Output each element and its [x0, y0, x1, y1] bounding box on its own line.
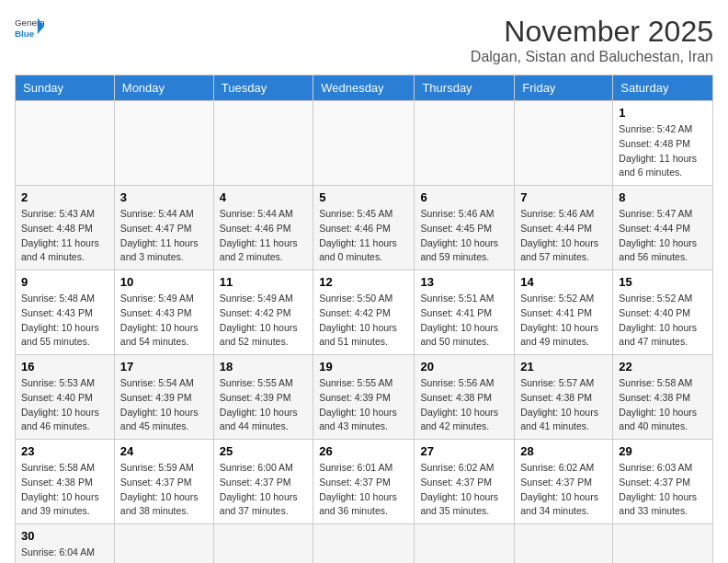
- weekday-header-friday: Friday: [515, 75, 613, 101]
- day-number: 6: [420, 190, 508, 204]
- week-row-0: 1Sunrise: 5:42 AM Sunset: 4:48 PM Daylig…: [16, 101, 713, 186]
- day-info: Sunrise: 5:52 AM Sunset: 4:41 PM Dayligh…: [520, 292, 607, 350]
- day-number: 15: [619, 275, 707, 289]
- weekday-header-thursday: Thursday: [415, 75, 515, 101]
- day-number: 14: [520, 275, 607, 289]
- week-row-1: 2Sunrise: 5:43 AM Sunset: 4:48 PM Daylig…: [16, 186, 713, 270]
- day-number: 20: [420, 360, 508, 373]
- day-info: Sunrise: 6:03 AM Sunset: 4:37 PM Dayligh…: [619, 461, 707, 519]
- calendar-cell: [16, 101, 115, 186]
- calendar-cell: 6Sunrise: 5:46 AM Sunset: 4:45 PM Daylig…: [415, 186, 515, 270]
- day-info: Sunrise: 6:02 AM Sunset: 4:37 PM Dayligh…: [420, 461, 508, 519]
- day-number: 1: [619, 106, 707, 120]
- weekday-header-sunday: Sunday: [16, 75, 115, 101]
- calendar-cell: 19Sunrise: 5:55 AM Sunset: 4:39 PM Dayli…: [313, 355, 415, 440]
- day-number: 12: [319, 275, 408, 289]
- day-info: Sunrise: 5:51 AM Sunset: 4:41 PM Dayligh…: [420, 292, 508, 350]
- day-info: Sunrise: 5:45 AM Sunset: 4:46 PM Dayligh…: [319, 207, 408, 265]
- calendar-cell: [515, 524, 613, 564]
- day-info: Sunrise: 5:59 AM Sunset: 4:37 PM Dayligh…: [120, 461, 208, 519]
- day-number: 8: [619, 190, 707, 204]
- day-info: Sunrise: 5:48 AM Sunset: 4:43 PM Dayligh…: [21, 292, 108, 350]
- calendar-cell: 1Sunrise: 5:42 AM Sunset: 4:48 PM Daylig…: [613, 101, 713, 186]
- day-number: 7: [520, 190, 607, 204]
- title-block: November 2025 Dalgan, Sistan and Baluche…: [471, 15, 713, 65]
- day-info: Sunrise: 5:52 AM Sunset: 4:40 PM Dayligh…: [619, 292, 707, 350]
- calendar-cell: 21Sunrise: 5:57 AM Sunset: 4:38 PM Dayli…: [515, 355, 613, 440]
- calendar-cell: [114, 101, 213, 186]
- calendar-cell: 12Sunrise: 5:50 AM Sunset: 4:42 PM Dayli…: [313, 270, 415, 355]
- day-number: 10: [120, 275, 208, 289]
- calendar-cell: [415, 101, 515, 186]
- day-number: 27: [420, 444, 508, 458]
- weekday-header-wednesday: Wednesday: [313, 75, 415, 101]
- calendar-cell: 2Sunrise: 5:43 AM Sunset: 4:48 PM Daylig…: [16, 186, 115, 270]
- calendar-cell: 9Sunrise: 5:48 AM Sunset: 4:43 PM Daylig…: [16, 270, 115, 355]
- weekday-header-monday: Monday: [114, 75, 213, 101]
- week-row-3: 16Sunrise: 5:53 AM Sunset: 4:40 PM Dayli…: [16, 355, 713, 440]
- calendar-cell: 13Sunrise: 5:51 AM Sunset: 4:41 PM Dayli…: [415, 270, 515, 355]
- calendar-cell: 5Sunrise: 5:45 AM Sunset: 4:46 PM Daylig…: [313, 186, 415, 270]
- day-info: Sunrise: 5:46 AM Sunset: 4:45 PM Dayligh…: [420, 207, 508, 265]
- day-number: 3: [120, 190, 208, 204]
- day-info: Sunrise: 5:44 AM Sunset: 4:46 PM Dayligh…: [220, 207, 307, 265]
- day-info: Sunrise: 6:00 AM Sunset: 4:37 PM Dayligh…: [220, 461, 307, 519]
- calendar-cell: [415, 524, 515, 564]
- calendar-cell: 7Sunrise: 5:46 AM Sunset: 4:44 PM Daylig…: [515, 186, 613, 270]
- calendar-cell: 30Sunrise: 6:04 AM Sunset: 4:37 PM Dayli…: [16, 524, 115, 564]
- day-info: Sunrise: 5:58 AM Sunset: 4:38 PM Dayligh…: [619, 376, 707, 434]
- calendar-cell: 10Sunrise: 5:49 AM Sunset: 4:43 PM Dayli…: [114, 270, 213, 355]
- month-title: November 2025: [471, 15, 713, 49]
- calendar-cell: 23Sunrise: 5:58 AM Sunset: 4:38 PM Dayli…: [16, 440, 115, 524]
- page-header: General Blue November 2025 Dalgan, Sista…: [15, 15, 713, 65]
- svg-text:Blue: Blue: [15, 29, 35, 39]
- day-number: 5: [319, 190, 408, 204]
- day-info: Sunrise: 5:55 AM Sunset: 4:39 PM Dayligh…: [220, 376, 307, 434]
- calendar-cell: 17Sunrise: 5:54 AM Sunset: 4:39 PM Dayli…: [114, 355, 213, 440]
- calendar-cell: [313, 524, 415, 564]
- day-number: 23: [21, 444, 108, 458]
- day-number: 30: [21, 529, 108, 543]
- calendar-cell: [213, 524, 313, 564]
- day-info: Sunrise: 5:46 AM Sunset: 4:44 PM Dayligh…: [520, 207, 607, 265]
- day-number: 29: [619, 444, 707, 458]
- day-number: 11: [220, 275, 307, 289]
- day-number: 16: [21, 360, 108, 373]
- calendar-table: SundayMondayTuesdayWednesdayThursdayFrid…: [15, 75, 713, 563]
- day-number: 4: [220, 190, 307, 204]
- calendar-cell: 16Sunrise: 5:53 AM Sunset: 4:40 PM Dayli…: [16, 355, 115, 440]
- calendar-cell: 25Sunrise: 6:00 AM Sunset: 4:37 PM Dayli…: [213, 440, 313, 524]
- calendar-cell: [114, 524, 213, 564]
- calendar-cell: [213, 101, 313, 186]
- calendar-cell: 4Sunrise: 5:44 AM Sunset: 4:46 PM Daylig…: [213, 186, 313, 270]
- calendar-cell: 11Sunrise: 5:49 AM Sunset: 4:42 PM Dayli…: [213, 270, 313, 355]
- day-info: Sunrise: 5:56 AM Sunset: 4:38 PM Dayligh…: [420, 376, 508, 434]
- day-number: 26: [319, 444, 408, 458]
- calendar-cell: 14Sunrise: 5:52 AM Sunset: 4:41 PM Dayli…: [515, 270, 613, 355]
- day-info: Sunrise: 5:58 AM Sunset: 4:38 PM Dayligh…: [21, 461, 108, 519]
- calendar-cell: 26Sunrise: 6:01 AM Sunset: 4:37 PM Dayli…: [313, 440, 415, 524]
- day-info: Sunrise: 5:47 AM Sunset: 4:44 PM Dayligh…: [619, 207, 707, 265]
- day-info: Sunrise: 5:42 AM Sunset: 4:48 PM Dayligh…: [619, 122, 707, 180]
- calendar-cell: 24Sunrise: 5:59 AM Sunset: 4:37 PM Dayli…: [114, 440, 213, 524]
- day-info: Sunrise: 5:49 AM Sunset: 4:43 PM Dayligh…: [120, 292, 208, 350]
- calendar-cell: 3Sunrise: 5:44 AM Sunset: 4:47 PM Daylig…: [114, 186, 213, 270]
- weekday-header-row: SundayMondayTuesdayWednesdayThursdayFrid…: [16, 75, 713, 101]
- calendar-cell: [313, 101, 415, 186]
- day-number: 18: [220, 360, 307, 373]
- location: Dalgan, Sistan and Baluchestan, Iran: [471, 49, 713, 65]
- day-info: Sunrise: 6:01 AM Sunset: 4:37 PM Dayligh…: [319, 461, 408, 519]
- day-number: 13: [420, 275, 508, 289]
- day-info: Sunrise: 5:53 AM Sunset: 4:40 PM Dayligh…: [21, 376, 108, 434]
- day-number: 2: [21, 190, 108, 204]
- day-info: Sunrise: 5:54 AM Sunset: 4:39 PM Dayligh…: [120, 376, 208, 434]
- calendar-cell: 20Sunrise: 5:56 AM Sunset: 4:38 PM Dayli…: [415, 355, 515, 440]
- day-info: Sunrise: 5:57 AM Sunset: 4:38 PM Dayligh…: [520, 376, 607, 434]
- logo-icon: General Blue: [15, 15, 44, 44]
- day-number: 17: [120, 360, 208, 373]
- calendar-cell: 29Sunrise: 6:03 AM Sunset: 4:37 PM Dayli…: [613, 440, 713, 524]
- day-number: 28: [520, 444, 607, 458]
- weekday-header-saturday: Saturday: [613, 75, 713, 101]
- calendar-cell: 27Sunrise: 6:02 AM Sunset: 4:37 PM Dayli…: [415, 440, 515, 524]
- day-number: 25: [220, 444, 307, 458]
